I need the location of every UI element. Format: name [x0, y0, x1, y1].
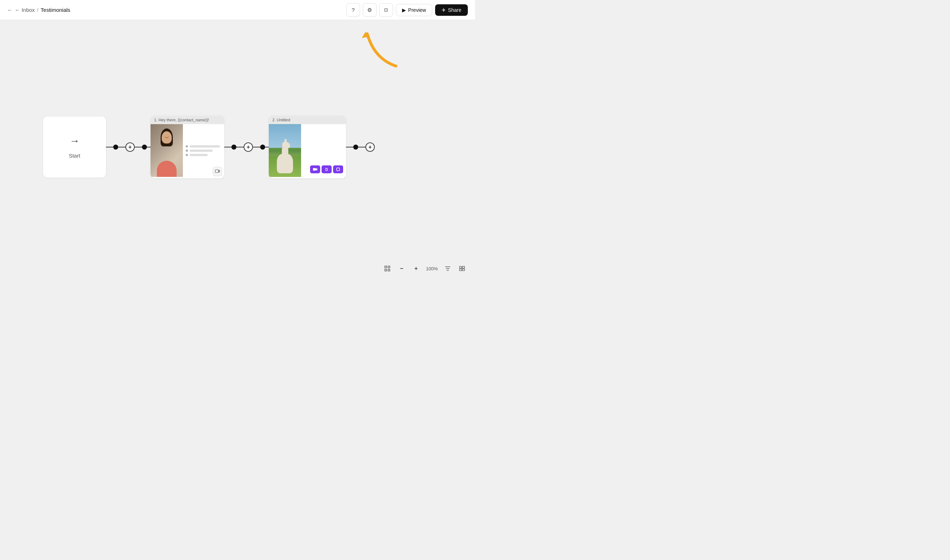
- node-2-body: D: [269, 124, 346, 177]
- llama-ear: [285, 139, 287, 143]
- line-4: [147, 146, 151, 147]
- add-node-1-button[interactable]: +: [125, 142, 135, 151]
- inbox-link[interactable]: ← Inbox: [15, 7, 35, 13]
- settings-button[interactable]: ⚙: [363, 3, 376, 17]
- share-label: Share: [448, 7, 461, 13]
- line-2: [118, 146, 125, 147]
- svg-rect-41: [460, 266, 462, 268]
- page-title: Testimonials: [41, 7, 71, 13]
- line-3: [135, 146, 142, 147]
- fit-view-button[interactable]: [382, 263, 393, 274]
- dot-2: [142, 144, 147, 149]
- node-1-photo: [151, 124, 183, 177]
- svg-rect-31: [385, 266, 387, 268]
- preview-button[interactable]: ▶ Preview: [396, 4, 432, 16]
- filter-button[interactable]: [442, 263, 453, 274]
- svg-rect-33: [385, 269, 387, 271]
- add-node-2-button[interactable]: +: [244, 142, 253, 151]
- svg-rect-42: [463, 266, 464, 268]
- video-chip[interactable]: [310, 166, 320, 173]
- line-10: [358, 146, 366, 147]
- svg-marker-28: [316, 168, 317, 171]
- node-2-card[interactable]: 2. Untitled: [269, 115, 346, 178]
- person-body: [157, 161, 177, 177]
- preview-icon: ▶: [402, 7, 406, 13]
- line-5: [224, 146, 231, 147]
- line-9: [346, 146, 353, 147]
- svg-rect-44: [463, 269, 464, 271]
- flow-container: → Start + 1. Hey there, {{contact_name}}…: [43, 115, 375, 178]
- node-1-card[interactable]: 1. Hey there, {{contact_name}}!: [151, 115, 224, 178]
- svg-rect-32: [388, 266, 390, 268]
- grid-button[interactable]: [456, 263, 468, 274]
- svg-marker-26: [219, 170, 219, 172]
- node-1-icon-bottom: [213, 167, 222, 176]
- line-1: [106, 146, 113, 147]
- zoom-level: 100%: [425, 266, 439, 271]
- back-arrow-icon[interactable]: ←: [7, 7, 12, 13]
- dot-4: [260, 144, 265, 149]
- settings-icon: ⚙: [367, 7, 372, 13]
- bullet-1: [186, 145, 188, 147]
- embed-icon: ⊡: [384, 7, 388, 12]
- start-arrow-icon: →: [70, 135, 80, 147]
- preview-label: Preview: [408, 7, 426, 13]
- line-content-2: [190, 149, 213, 151]
- share-icon: ✈: [442, 7, 446, 13]
- add-node-3-button[interactable]: +: [366, 142, 375, 151]
- node-2-title: 2. Untitled: [269, 115, 346, 124]
- connector-3: +: [346, 142, 375, 151]
- line-content-1: [190, 145, 220, 147]
- share-button[interactable]: ✈ Share: [435, 4, 468, 16]
- bullet-3: [186, 154, 188, 156]
- line-8: [265, 146, 269, 147]
- row-2: [186, 149, 221, 151]
- canvas: → Start + 1. Hey there, {{contact_name}}…: [0, 20, 475, 280]
- help-button[interactable]: ?: [346, 3, 360, 17]
- arrow-annotation: [360, 30, 403, 71]
- start-label: Start: [69, 152, 80, 158]
- svg-rect-34: [388, 269, 390, 271]
- header-actions: ? ⚙ ⊡ ▶ Preview ✈ Share: [346, 3, 468, 17]
- line-7: [253, 146, 260, 147]
- zoom-out-button[interactable]: [396, 263, 407, 274]
- d-chip[interactable]: D: [322, 166, 332, 173]
- help-icon: ?: [352, 7, 355, 13]
- square-chip[interactable]: [333, 166, 343, 173]
- line-content-3: [190, 154, 208, 156]
- svg-rect-25: [215, 170, 219, 173]
- start-card[interactable]: → Start: [43, 116, 106, 177]
- row-3: [186, 154, 221, 156]
- bottom-toolbar: 100%: [382, 263, 468, 274]
- line-6: [236, 146, 244, 147]
- node-1-title: 1. Hey there, {{contact_name}}!: [151, 115, 224, 124]
- connector-1: +: [106, 142, 151, 151]
- dot-1: [113, 144, 118, 149]
- llama-head: [282, 142, 290, 148]
- header: ← ← Inbox / Testimonials ? ⚙ ⊡ ▶ Preview…: [0, 0, 475, 20]
- node-2-photo: [269, 124, 301, 177]
- connector-2: +: [224, 142, 269, 151]
- zoom-in-button[interactable]: [410, 263, 422, 274]
- svg-rect-43: [460, 269, 462, 271]
- breadcrumb: ← ← Inbox / Testimonials: [7, 7, 71, 13]
- dot-5: [353, 144, 358, 149]
- svg-marker-30: [362, 32, 370, 38]
- svg-rect-27: [313, 168, 316, 171]
- bullet-2: [186, 149, 188, 151]
- dot-3: [231, 144, 236, 149]
- svg-rect-29: [337, 168, 339, 171]
- breadcrumb-separator: /: [37, 7, 39, 13]
- embed-button[interactable]: ⊡: [379, 3, 393, 17]
- row-1: [186, 145, 221, 147]
